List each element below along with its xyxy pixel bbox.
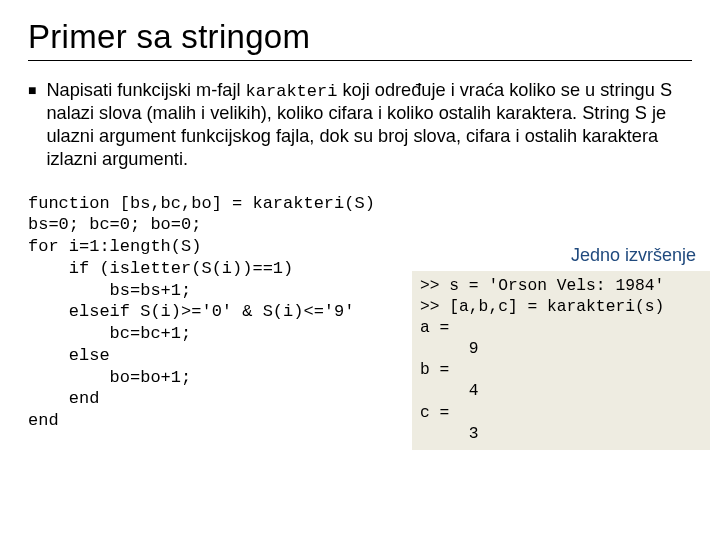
- bullet-code-word: karakteri: [246, 82, 338, 101]
- output-label: Jedno izvršenje: [571, 245, 696, 266]
- bullet-square-icon: ■: [28, 79, 46, 171]
- bullet-item: ■ Napisati funkcijski m-fajl karakteri k…: [0, 61, 720, 171]
- code-area: function [bs,bc,bo] = karakteri(S) bs=0;…: [0, 171, 720, 432]
- output-box: >> s = 'Orson Vels: 1984' >> [a,b,c] = k…: [412, 271, 710, 450]
- bullet-text: Napisati funkcijski m-fajl karakteri koj…: [46, 79, 698, 171]
- bullet-part1: Napisati funkcijski m-fajl: [46, 80, 245, 100]
- slide-title: Primer sa stringom: [0, 0, 720, 56]
